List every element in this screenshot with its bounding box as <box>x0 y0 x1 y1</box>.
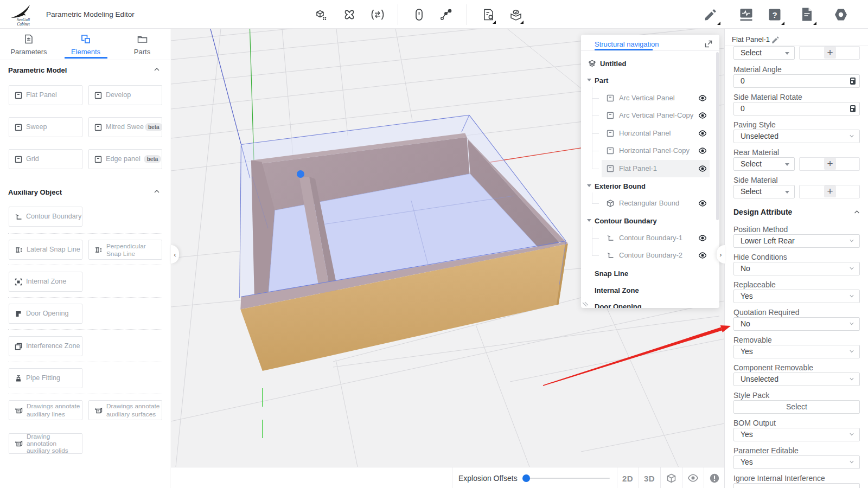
svg-text:?: ? <box>772 10 777 20</box>
svg-text:Cabinet: Cabinet <box>17 22 30 26</box>
